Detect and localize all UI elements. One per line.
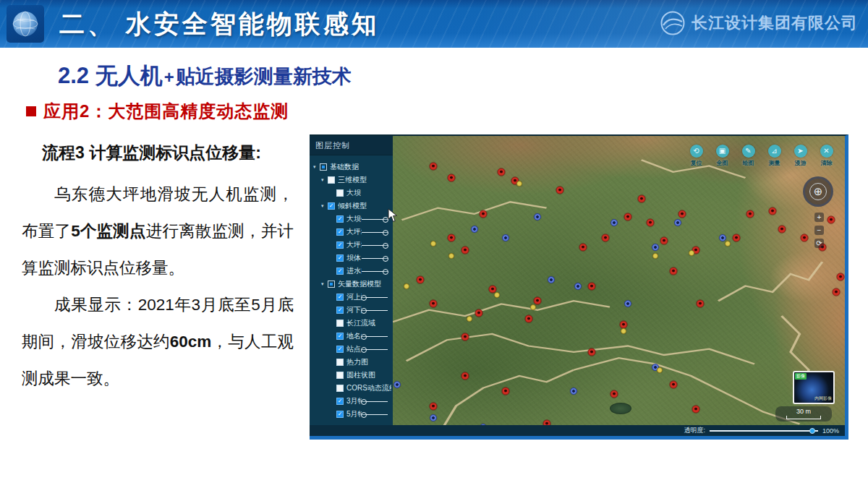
layer-tree-item[interactable]: 圆柱状图 — [310, 369, 393, 382]
layer-tree-item[interactable]: ✓大坪地-3月 — [310, 226, 393, 239]
layer-checkbox[interactable]: ✓ — [336, 215, 344, 223]
map-tool-measure[interactable]: ⊿测量 — [765, 145, 784, 167]
map-viewport[interactable]: ⟲复位▣全图✎绘图⊿测量➤漫游✕清除 + − ⟳ 影像 内网影像 30 m — [393, 136, 845, 436]
expand-arrow-icon[interactable]: ▾ — [321, 177, 328, 183]
expand-arrow-icon[interactable]: ▾ — [321, 281, 328, 287]
map-tool-draw[interactable]: ✎绘图 — [739, 145, 758, 167]
layer-checkbox[interactable]: ✓ — [328, 202, 335, 210]
layer-checkbox[interactable]: ✓ — [336, 333, 344, 340]
layer-tree-item[interactable]: ✓河上游 — [310, 291, 393, 304]
layer-checkbox[interactable] — [328, 176, 335, 184]
marker-blue[interactable] — [652, 244, 659, 251]
layer-opacity-slider[interactable] — [362, 307, 388, 314]
expand-arrow-icon[interactable]: ▾ — [313, 164, 320, 170]
marker-yellow[interactable] — [467, 316, 472, 322]
layer-opacity-slider[interactable] — [362, 268, 388, 275]
layer-opacity-slider[interactable] — [362, 229, 388, 236]
marker-red[interactable] — [800, 234, 808, 242]
marker-yellow[interactable] — [725, 241, 731, 247]
layer-opacity-slider[interactable] — [362, 216, 388, 223]
layer-tree-item[interactable]: ✓进水口 — [310, 265, 393, 278]
marker-yellow[interactable] — [494, 292, 500, 298]
full-extent-icon[interactable]: ▣ — [716, 145, 729, 158]
map-tool-reset[interactable]: ⟲复位 — [686, 145, 706, 167]
layer-checkbox[interactable] — [336, 359, 344, 366]
marker-red[interactable] — [697, 300, 705, 308]
slider-knob[interactable] — [383, 230, 388, 236]
marker-blue[interactable] — [610, 219, 618, 226]
slider-knob[interactable] — [383, 269, 388, 275]
draw-icon[interactable]: ✎ — [742, 145, 755, 158]
marker-red[interactable] — [461, 246, 469, 254]
marker-red[interactable] — [827, 216, 835, 224]
layer-opacity-slider[interactable] — [362, 346, 388, 353]
marker-red[interactable] — [448, 234, 456, 242]
layer-tree-item[interactable]: ▾✓倾斜模型 — [310, 200, 393, 213]
slider-knob[interactable] — [361, 334, 367, 340]
marker-red[interactable] — [832, 288, 840, 296]
marker-blue[interactable] — [502, 234, 509, 241]
marker-red[interactable] — [733, 234, 741, 242]
slider-knob[interactable] — [383, 243, 388, 249]
marker-red[interactable] — [637, 195, 645, 203]
marker-red[interactable] — [601, 234, 609, 242]
slider-knob[interactable] — [361, 399, 367, 405]
layer-checkbox[interactable]: ✓ — [336, 346, 344, 353]
marker-blue[interactable] — [548, 276, 555, 283]
layer-tree-item[interactable]: ✓大坝倾斜 — [310, 213, 393, 226]
marker-red[interactable] — [498, 168, 506, 176]
marker-red[interactable] — [778, 225, 786, 233]
slider-knob[interactable] — [361, 412, 367, 418]
marker-blue[interactable] — [674, 219, 681, 226]
layer-tree-item[interactable]: ✓坝体 — [310, 252, 393, 265]
opacity-slider-knob[interactable] — [809, 428, 815, 434]
marker-red[interactable] — [524, 315, 532, 323]
marker-yellow[interactable] — [689, 250, 694, 256]
layer-checkbox[interactable]: ✓ — [336, 307, 344, 314]
layer-tree-item[interactable]: 热力图 — [310, 356, 393, 369]
layer-checkbox[interactable] — [336, 320, 344, 327]
marker-blue[interactable] — [534, 213, 541, 221]
marker-red[interactable] — [588, 282, 596, 290]
marker-red[interactable] — [660, 237, 668, 245]
layer-opacity-slider[interactable] — [362, 411, 388, 418]
layer-checkbox[interactable] — [328, 281, 335, 288]
layer-tree-item[interactable]: ✓3月特征点 — [310, 395, 393, 408]
map-tool-roam[interactable]: ➤漫游 — [791, 145, 810, 167]
marker-yellow[interactable] — [404, 283, 409, 289]
layer-opacity-slider[interactable] — [362, 333, 388, 340]
layer-checkbox[interactable]: ✓ — [336, 228, 344, 236]
marker-blue[interactable] — [393, 381, 401, 388]
layer-opacity-slider[interactable] — [362, 398, 388, 405]
marker-yellow[interactable] — [430, 241, 436, 247]
clear-icon[interactable]: ✕ — [820, 145, 833, 158]
marker-blue[interactable] — [430, 414, 437, 421]
marker-yellow[interactable] — [621, 328, 626, 334]
layer-tree-item[interactable]: ▾矢量数据模型 — [310, 278, 393, 291]
map-tool-fullview[interactable]: ▣全图 — [712, 145, 732, 167]
marker-blue[interactable] — [471, 226, 478, 233]
marker-red[interactable] — [678, 210, 686, 218]
layer-tree-item[interactable]: ✓大坪地-5月 — [310, 239, 393, 252]
layer-tree-item[interactable]: CORS动态流线图 — [310, 382, 393, 395]
overview-map-inset[interactable]: 影像 内网影像 — [793, 371, 835, 404]
marker-yellow[interactable] — [448, 253, 454, 259]
layer-opacity-slider[interactable] — [362, 294, 388, 301]
layer-tree-item[interactable]: ✓站点 — [310, 343, 393, 356]
marker-red[interactable] — [448, 174, 456, 182]
marker-red[interactable] — [588, 348, 596, 356]
marker-red[interactable] — [556, 186, 564, 194]
layer-checkbox[interactable]: ✓ — [336, 411, 344, 418]
layer-tree-item[interactable]: 大坝 — [310, 187, 393, 200]
marker-red[interactable] — [416, 276, 424, 284]
layer-checkbox[interactable] — [336, 385, 344, 392]
expand-arrow-icon[interactable]: ▾ — [321, 203, 328, 209]
layer-checkbox[interactable] — [320, 163, 327, 171]
marker-red[interactable] — [502, 387, 510, 395]
layer-tree-item[interactable]: ✓5月特征点 — [310, 408, 393, 421]
marker-red[interactable] — [461, 333, 469, 341]
layer-checkbox[interactable]: ✓ — [336, 294, 344, 301]
layer-tree-item[interactable]: ▾三维模型 — [310, 174, 393, 187]
layer-opacity-slider[interactable] — [362, 242, 388, 249]
marker-yellow[interactable] — [657, 367, 663, 373]
